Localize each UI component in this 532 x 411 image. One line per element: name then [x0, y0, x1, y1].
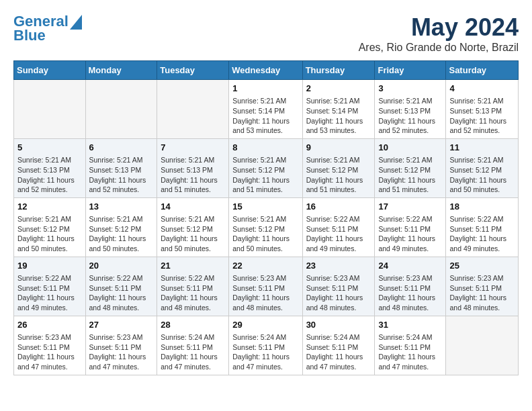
calendar-cell: 17Sunrise: 5:22 AM Sunset: 5:11 PM Dayli… — [375, 197, 446, 257]
calendar-cell: 23Sunrise: 5:23 AM Sunset: 5:11 PM Dayli… — [302, 257, 375, 316]
calendar-cell — [446, 316, 519, 375]
day-info: Sunrise: 5:24 AM Sunset: 5:11 PM Dayligh… — [232, 332, 298, 372]
day-number: 12 — [17, 201, 82, 213]
day-info: Sunrise: 5:21 AM Sunset: 5:12 PM Dayligh… — [232, 155, 298, 195]
day-number: 7 — [161, 142, 225, 154]
day-number: 23 — [306, 260, 371, 272]
day-number: 15 — [232, 201, 298, 213]
header-thursday: Thursday — [302, 61, 375, 80]
day-info: Sunrise: 5:21 AM Sunset: 5:12 PM Dayligh… — [306, 155, 371, 195]
day-info: Sunrise: 5:22 AM Sunset: 5:11 PM Dayligh… — [17, 273, 82, 313]
day-number: 21 — [161, 260, 225, 272]
day-info: Sunrise: 5:21 AM Sunset: 5:14 PM Dayligh… — [306, 96, 371, 136]
calendar-cell: 3Sunrise: 5:21 AM Sunset: 5:13 PM Daylig… — [375, 80, 446, 139]
day-info: Sunrise: 5:24 AM Sunset: 5:11 PM Dayligh… — [306, 332, 371, 372]
calendar-week-row: 26Sunrise: 5:23 AM Sunset: 5:11 PM Dayli… — [14, 316, 519, 375]
calendar-week-row: 12Sunrise: 5:21 AM Sunset: 5:12 PM Dayli… — [14, 197, 519, 257]
calendar-cell: 27Sunrise: 5:23 AM Sunset: 5:11 PM Dayli… — [85, 316, 157, 375]
day-number: 25 — [449, 260, 515, 272]
day-number: 17 — [378, 201, 442, 213]
day-info: Sunrise: 5:22 AM Sunset: 5:11 PM Dayligh… — [378, 214, 442, 254]
day-number: 31 — [378, 319, 442, 331]
calendar-cell: 7Sunrise: 5:21 AM Sunset: 5:13 PM Daylig… — [157, 138, 229, 197]
day-number: 2 — [306, 83, 371, 95]
day-info: Sunrise: 5:21 AM Sunset: 5:13 PM Dayligh… — [449, 96, 515, 136]
page-header: General Blue May 2024 Ares, Rio Grande d… — [13, 13, 519, 54]
calendar-cell — [14, 80, 86, 139]
calendar-cell: 12Sunrise: 5:21 AM Sunset: 5:12 PM Dayli… — [14, 197, 86, 257]
calendar-week-row: 1Sunrise: 5:21 AM Sunset: 5:14 PM Daylig… — [14, 80, 519, 139]
calendar-cell: 19Sunrise: 5:22 AM Sunset: 5:11 PM Dayli… — [14, 257, 86, 316]
day-number: 14 — [161, 201, 225, 213]
day-number: 22 — [232, 260, 298, 272]
day-info: Sunrise: 5:24 AM Sunset: 5:11 PM Dayligh… — [161, 332, 225, 372]
header-tuesday: Tuesday — [157, 61, 229, 80]
day-number: 30 — [306, 319, 371, 331]
day-info: Sunrise: 5:21 AM Sunset: 5:12 PM Dayligh… — [449, 155, 515, 195]
calendar-week-row: 5Sunrise: 5:21 AM Sunset: 5:13 PM Daylig… — [14, 138, 519, 197]
calendar-cell: 29Sunrise: 5:24 AM Sunset: 5:11 PM Dayli… — [229, 316, 302, 375]
day-number: 19 — [17, 260, 82, 272]
header-wednesday: Wednesday — [229, 61, 302, 80]
title-block: May 2024 Ares, Rio Grande do Norte, Braz… — [359, 13, 519, 54]
calendar-cell: 26Sunrise: 5:23 AM Sunset: 5:11 PM Dayli… — [14, 316, 86, 375]
day-info: Sunrise: 5:21 AM Sunset: 5:12 PM Dayligh… — [378, 155, 442, 195]
calendar-cell: 22Sunrise: 5:23 AM Sunset: 5:11 PM Dayli… — [229, 257, 302, 316]
day-info: Sunrise: 5:22 AM Sunset: 5:11 PM Dayligh… — [161, 273, 225, 313]
calendar-cell: 14Sunrise: 5:21 AM Sunset: 5:12 PM Dayli… — [157, 197, 229, 257]
calendar-week-row: 19Sunrise: 5:22 AM Sunset: 5:11 PM Dayli… — [14, 257, 519, 316]
calendar-cell: 11Sunrise: 5:21 AM Sunset: 5:12 PM Dayli… — [446, 138, 519, 197]
calendar-header-row: SundayMondayTuesdayWednesdayThursdayFrid… — [14, 61, 519, 80]
calendar-cell: 5Sunrise: 5:21 AM Sunset: 5:13 PM Daylig… — [14, 138, 86, 197]
calendar-cell: 2Sunrise: 5:21 AM Sunset: 5:14 PM Daylig… — [302, 80, 375, 139]
month-title: May 2024 — [359, 13, 519, 42]
header-saturday: Saturday — [446, 61, 519, 80]
day-info: Sunrise: 5:21 AM Sunset: 5:14 PM Dayligh… — [232, 96, 298, 136]
day-info: Sunrise: 5:21 AM Sunset: 5:13 PM Dayligh… — [17, 155, 82, 195]
calendar-cell: 10Sunrise: 5:21 AM Sunset: 5:12 PM Dayli… — [375, 138, 446, 197]
day-info: Sunrise: 5:21 AM Sunset: 5:13 PM Dayligh… — [161, 155, 225, 195]
calendar-cell: 15Sunrise: 5:21 AM Sunset: 5:12 PM Dayli… — [229, 197, 302, 257]
day-info: Sunrise: 5:23 AM Sunset: 5:11 PM Dayligh… — [89, 332, 154, 372]
day-number: 4 — [449, 83, 515, 95]
calendar-cell: 28Sunrise: 5:24 AM Sunset: 5:11 PM Dayli… — [157, 316, 229, 375]
day-info: Sunrise: 5:21 AM Sunset: 5:13 PM Dayligh… — [378, 96, 442, 136]
day-number: 8 — [232, 142, 298, 154]
day-info: Sunrise: 5:21 AM Sunset: 5:12 PM Dayligh… — [17, 214, 82, 254]
calendar-cell: 18Sunrise: 5:22 AM Sunset: 5:11 PM Dayli… — [446, 197, 519, 257]
day-number: 3 — [378, 83, 442, 95]
calendar-table: SundayMondayTuesdayWednesdayThursdayFrid… — [13, 60, 519, 375]
day-number: 13 — [89, 201, 154, 213]
calendar-cell: 6Sunrise: 5:21 AM Sunset: 5:13 PM Daylig… — [85, 138, 157, 197]
header-monday: Monday — [85, 61, 157, 80]
calendar-cell: 16Sunrise: 5:22 AM Sunset: 5:11 PM Dayli… — [302, 197, 375, 257]
header-sunday: Sunday — [14, 61, 86, 80]
calendar-cell: 30Sunrise: 5:24 AM Sunset: 5:11 PM Dayli… — [302, 316, 375, 375]
calendar-cell: 8Sunrise: 5:21 AM Sunset: 5:12 PM Daylig… — [229, 138, 302, 197]
calendar-cell: 4Sunrise: 5:21 AM Sunset: 5:13 PM Daylig… — [446, 80, 519, 139]
day-number: 5 — [17, 142, 82, 154]
logo-icon — [70, 15, 82, 30]
calendar-cell: 24Sunrise: 5:23 AM Sunset: 5:11 PM Dayli… — [375, 257, 446, 316]
day-info: Sunrise: 5:23 AM Sunset: 5:11 PM Dayligh… — [378, 273, 442, 313]
calendar-cell: 9Sunrise: 5:21 AM Sunset: 5:12 PM Daylig… — [302, 138, 375, 197]
calendar-cell: 20Sunrise: 5:22 AM Sunset: 5:11 PM Dayli… — [85, 257, 157, 316]
day-info: Sunrise: 5:23 AM Sunset: 5:11 PM Dayligh… — [306, 273, 371, 313]
day-number: 29 — [232, 319, 298, 331]
day-info: Sunrise: 5:22 AM Sunset: 5:11 PM Dayligh… — [306, 214, 371, 254]
calendar-cell — [157, 80, 229, 139]
day-info: Sunrise: 5:22 AM Sunset: 5:11 PM Dayligh… — [449, 214, 515, 254]
day-number: 6 — [89, 142, 154, 154]
day-number: 18 — [449, 201, 515, 213]
logo-blue: Blue — [13, 27, 46, 44]
calendar-cell: 31Sunrise: 5:24 AM Sunset: 5:11 PM Dayli… — [375, 316, 446, 375]
calendar-cell: 21Sunrise: 5:22 AM Sunset: 5:11 PM Dayli… — [157, 257, 229, 316]
day-number: 11 — [449, 142, 515, 154]
location: Ares, Rio Grande do Norte, Brazil — [359, 42, 519, 54]
calendar-cell: 25Sunrise: 5:23 AM Sunset: 5:11 PM Dayli… — [446, 257, 519, 316]
day-number: 20 — [89, 260, 154, 272]
day-info: Sunrise: 5:22 AM Sunset: 5:11 PM Dayligh… — [89, 273, 154, 313]
day-info: Sunrise: 5:23 AM Sunset: 5:11 PM Dayligh… — [449, 273, 515, 313]
day-info: Sunrise: 5:24 AM Sunset: 5:11 PM Dayligh… — [378, 332, 442, 372]
day-info: Sunrise: 5:23 AM Sunset: 5:11 PM Dayligh… — [232, 273, 298, 313]
